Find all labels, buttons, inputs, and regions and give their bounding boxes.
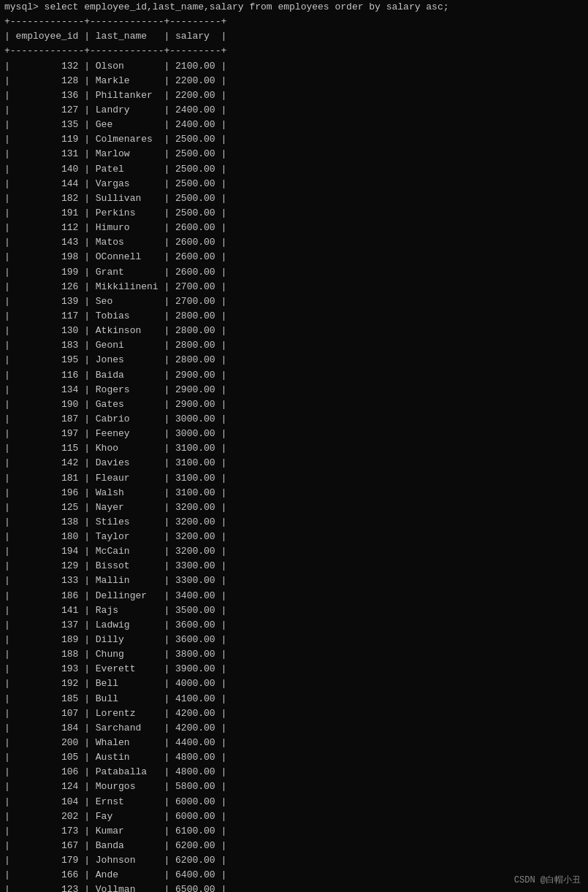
- table-row: | 127 | Landry | 2400.00 |: [0, 103, 588, 118]
- table-row: | 132 | Olson | 2100.00 |: [0, 59, 588, 74]
- table-row: | 141 | Rajs | 3500.00 |: [0, 603, 588, 618]
- table-row: | 140 | Patel | 2500.00 |: [0, 162, 588, 177]
- table-row: | 117 | Tobias | 2800.00 |: [0, 309, 588, 324]
- table-row: | 143 | Matos | 2600.00 |: [0, 235, 588, 250]
- table-rows: | 132 | Olson | 2100.00 || 128 | Markle …: [0, 59, 588, 892]
- table-row: | 133 | Mallin | 3300.00 |: [0, 573, 588, 588]
- table-row: | 180 | Taylor | 3200.00 |: [0, 530, 588, 544]
- table-row: | 144 | Vargas | 2500.00 |: [0, 177, 588, 191]
- terminal-window: mysql> select employee_id,last_name,sala…: [0, 0, 588, 892]
- table-row: | 183 | Geoni | 2800.00 |: [0, 338, 588, 353]
- table-row: | 105 | Austin | 4800.00 |: [0, 750, 588, 765]
- table-row: | 187 | Cabrio | 3000.00 |: [0, 412, 588, 427]
- table-row: | 197 | Feeney | 3000.00 |: [0, 427, 588, 441]
- table-row: | 104 | Ernst | 6000.00 |: [0, 795, 588, 809]
- table-row: | 139 | Seo | 2700.00 |: [0, 294, 588, 309]
- table-row: | 200 | Whalen | 4400.00 |: [0, 736, 588, 750]
- table-row: | 126 | Mikkilineni | 2700.00 |: [0, 280, 588, 294]
- header-row: | employee_id | last_name | salary |: [0, 29, 588, 44]
- table-row: | 124 | Mourgos | 5800.00 |: [0, 779, 588, 794]
- table-row: | 142 | Davies | 3100.00 |: [0, 456, 588, 470]
- table-row: | 115 | Khoo | 3100.00 |: [0, 441, 588, 456]
- table-row: | 196 | Walsh | 3100.00 |: [0, 486, 588, 500]
- command-line: mysql> select employee_id,last_name,sala…: [0, 0, 588, 15]
- table-row: | 192 | Bell | 4000.00 |: [0, 676, 588, 691]
- table-row: | 131 | Marlow | 2500.00 |: [0, 147, 588, 161]
- table-row: | 130 | Atkinson | 2800.00 |: [0, 324, 588, 338]
- table-row: | 166 | Ande | 6400.00 |: [0, 868, 588, 883]
- table-row: | 185 | Bull | 4100.00 |: [0, 692, 588, 706]
- table-row: | 189 | Dilly | 3600.00 |: [0, 633, 588, 647]
- table-row: | 184 | Sarchand | 4200.00 |: [0, 721, 588, 736]
- table-row: | 193 | Everett | 3900.00 |: [0, 662, 588, 676]
- watermark: CSDN @白帽小丑: [514, 874, 581, 886]
- table-row: | 128 | Markle | 2200.00 |: [0, 74, 588, 88]
- header-separator-top: +-------------+-------------+---------+: [0, 15, 588, 29]
- table-row: | 125 | Nayer | 3200.00 |: [0, 500, 588, 515]
- table-row: | 123 | Vollman | 6500.00 |: [0, 883, 588, 892]
- table-row: | 199 | Grant | 2600.00 |: [0, 265, 588, 280]
- table-row: | 179 | Johnson | 6200.00 |: [0, 853, 588, 868]
- table-row: | 191 | Perkins | 2500.00 |: [0, 206, 588, 221]
- table-row: | 194 | McCain | 3200.00 |: [0, 544, 588, 559]
- table-row: | 107 | Lorentz | 4200.00 |: [0, 706, 588, 721]
- table-row: | 173 | Kumar | 6100.00 |: [0, 824, 588, 839]
- table-row: | 112 | Himuro | 2600.00 |: [0, 221, 588, 235]
- table-row: | 181 | Fleaur | 3100.00 |: [0, 471, 588, 486]
- table-row: | 188 | Chung | 3800.00 |: [0, 647, 588, 662]
- table-row: | 116 | Baida | 2900.00 |: [0, 368, 588, 383]
- data-separator: +-------------+-------------+---------+: [0, 44, 588, 58]
- table-row: | 167 | Banda | 6200.00 |: [0, 839, 588, 853]
- table-row: | 106 | Pataballa | 4800.00 |: [0, 765, 588, 779]
- table-row: | 195 | Jones | 2800.00 |: [0, 353, 588, 367]
- table-row: | 134 | Rogers | 2900.00 |: [0, 383, 588, 397]
- table-row: | 186 | Dellinger | 3400.00 |: [0, 589, 588, 603]
- table-row: | 190 | Gates | 2900.00 |: [0, 397, 588, 412]
- table-row: | 198 | OConnell | 2600.00 |: [0, 250, 588, 264]
- table-row: | 136 | Philtanker | 2200.00 |: [0, 88, 588, 103]
- table-row: | 138 | Stiles | 3200.00 |: [0, 515, 588, 530]
- table-row: | 202 | Fay | 6000.00 |: [0, 809, 588, 824]
- table-row: | 129 | Bissot | 3300.00 |: [0, 559, 588, 573]
- table-row: | 182 | Sullivan | 2500.00 |: [0, 191, 588, 206]
- table-row: | 135 | Gee | 2400.00 |: [0, 118, 588, 132]
- table-row: | 119 | Colmenares | 2500.00 |: [0, 132, 588, 147]
- table-row: | 137 | Ladwig | 3600.00 |: [0, 618, 588, 633]
